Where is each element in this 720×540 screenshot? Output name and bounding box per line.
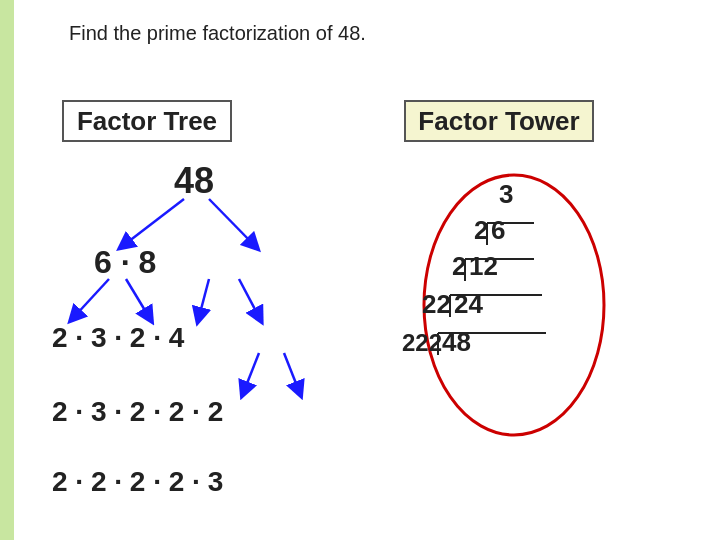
page-title: Find the prime factorization of 48.: [69, 22, 366, 45]
svg-line-2: [209, 199, 254, 245]
factor-tree-diagram: 48 6 · 8 2 · 3 · 2 · 4 2 · 3 · 2 · 2 · 2…: [44, 155, 374, 515]
svg-text:24: 24: [454, 289, 483, 319]
svg-text:22: 22: [422, 289, 451, 319]
svg-text:2 · 2 · 2 · 2 · 3: 2 · 2 · 2 · 2 · 3: [52, 466, 223, 497]
svg-line-1: [124, 199, 184, 245]
factor-tower-diagram: 3 2 6 2 12 22 24 222 48: [394, 155, 684, 515]
svg-line-9: [244, 353, 259, 391]
left-accent-bar: [0, 0, 14, 540]
svg-line-10: [284, 353, 299, 391]
svg-text:2 · 3 · 2 · 2 · 2: 2 · 3 · 2 · 2 · 2: [52, 396, 223, 427]
svg-text:6 · 8: 6 · 8: [94, 244, 156, 280]
factor-tree-label: Factor Tree: [62, 100, 232, 142]
svg-line-5: [126, 279, 149, 317]
main-content: Find the prime factorization of 48. Fact…: [14, 0, 720, 540]
svg-text:48: 48: [442, 327, 471, 357]
svg-text:2 · 3 · 2 · 4: 2 · 3 · 2 · 4: [52, 322, 185, 353]
factor-tower-label: Factor Tower: [404, 100, 594, 142]
svg-line-6: [199, 279, 209, 317]
svg-line-7: [239, 279, 259, 317]
svg-text:6: 6: [491, 215, 505, 245]
svg-line-4: [74, 279, 109, 317]
svg-text:48: 48: [174, 160, 214, 201]
svg-text:3: 3: [499, 179, 513, 209]
svg-text:222: 222: [402, 329, 442, 356]
svg-text:12: 12: [469, 251, 498, 281]
